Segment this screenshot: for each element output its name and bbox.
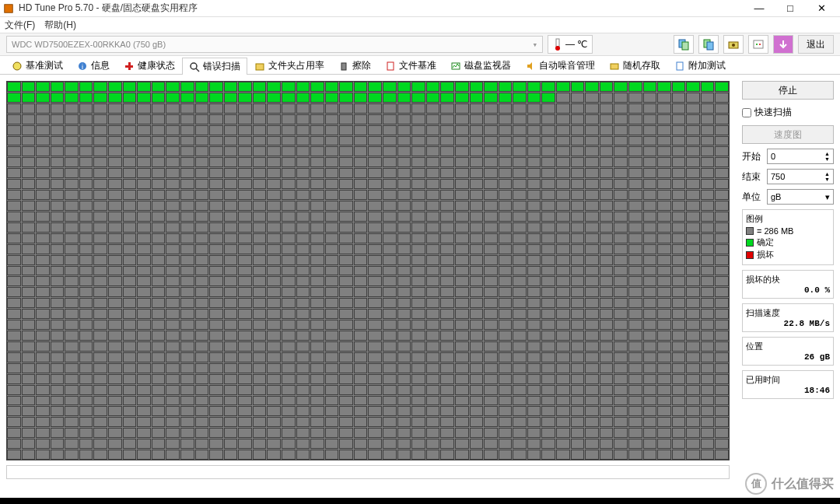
- tab-info[interactable]: i信息: [70, 57, 117, 74]
- scan-cell: [137, 298, 151, 308]
- scan-cell: [585, 363, 599, 373]
- scan-cell: [397, 417, 411, 427]
- scan-cell: [397, 136, 411, 146]
- scan-cell: [180, 114, 194, 124]
- scan-cell: [180, 222, 194, 233]
- scan-cell: [152, 396, 166, 406]
- scan-cell: [541, 363, 555, 373]
- monitor-icon: [450, 61, 461, 72]
- start-input[interactable]: 0 ▲▼: [767, 149, 834, 164]
- scan-cell: [600, 136, 614, 146]
- scan-cell: [397, 146, 411, 156]
- tab-health[interactable]: 健康状态: [117, 57, 182, 74]
- options-button[interactable]: [748, 35, 768, 54]
- tab-aam[interactable]: 自动噪音管理: [518, 57, 602, 74]
- scan-cell: [426, 417, 440, 427]
- tab-file-benchmark[interactable]: 文件基准: [378, 57, 443, 74]
- tab-folder-usage[interactable]: 文件夹占用率: [247, 57, 331, 74]
- scan-cell: [195, 212, 209, 222]
- scan-cell: [470, 146, 484, 156]
- speed-map-button[interactable]: 速度图: [742, 125, 834, 144]
- unit-select[interactable]: gB ▾: [767, 189, 834, 205]
- scan-cell: [628, 450, 642, 460]
- scan-cell: [527, 298, 541, 308]
- menu-file[interactable]: 文件(F): [5, 19, 35, 32]
- tab-disk-monitor[interactable]: 磁盘监视器: [443, 57, 518, 74]
- scan-cell: [440, 287, 454, 297]
- scan-cell: [65, 320, 79, 330]
- drive-select[interactable]: WDC WD7500EZEX-00RKKA0 (750 gB): [6, 36, 543, 53]
- menu-help[interactable]: 帮助(H): [44, 19, 76, 32]
- scan-cell: [411, 212, 425, 222]
- scan-cell: [282, 439, 296, 449]
- scan-cell: [628, 233, 642, 243]
- scan-cell: [643, 190, 657, 200]
- scan-cell: [209, 417, 223, 427]
- screenshot-button[interactable]: [698, 35, 719, 54]
- content-area: 停止 快速扫描 速度图 开始 0 ▲▼ 结束 750 ▲▼ 单位 gB ▾: [0, 75, 840, 488]
- scan-cell: [426, 125, 440, 135]
- tab-error-scan[interactable]: 错误扫描: [182, 58, 247, 75]
- quick-scan-checkbox[interactable]: 快速扫描: [742, 104, 834, 121]
- quick-scan-input[interactable]: [742, 108, 751, 117]
- scan-cell: [22, 157, 36, 167]
- scan-cell: [51, 396, 65, 406]
- scan-cell: [166, 201, 180, 211]
- scan-cell: [440, 168, 454, 178]
- scan-cell: [397, 103, 411, 114]
- scan-cell: [137, 320, 151, 330]
- scan-cell: [180, 244, 194, 254]
- scan-cell: [411, 298, 425, 308]
- scan-cell: [484, 406, 498, 416]
- scan-cell: [79, 82, 93, 92]
- scan-cell: [368, 114, 382, 124]
- scan-cell: [628, 309, 642, 319]
- scan-cell: [137, 179, 151, 189]
- close-button[interactable]: ✕: [806, 0, 837, 17]
- scan-cell: [411, 287, 425, 297]
- scan-cell: [614, 201, 628, 211]
- exit-button[interactable]: 退出: [798, 35, 834, 54]
- spin-buttons[interactable]: ▲▼: [824, 171, 830, 182]
- stop-button[interactable]: 停止: [742, 81, 834, 100]
- scan-cell: [643, 125, 657, 135]
- scan-cell: [672, 233, 686, 243]
- save-button[interactable]: [723, 35, 744, 54]
- tab-benchmark[interactable]: 基准测试: [5, 57, 70, 74]
- scan-cell: [108, 244, 122, 254]
- scan-cell: [383, 136, 397, 146]
- scan-cell: [354, 331, 368, 341]
- chevron-down-icon: ▾: [825, 192, 830, 202]
- scan-cell: [93, 352, 107, 362]
- scan-cell: [368, 374, 382, 384]
- scan-cell: [282, 417, 296, 427]
- copy-button[interactable]: [674, 35, 694, 54]
- spin-buttons[interactable]: ▲▼: [824, 151, 830, 162]
- scan-cell: [368, 222, 382, 233]
- tab-extra-tests[interactable]: 附加测试: [667, 57, 733, 74]
- end-input[interactable]: 750 ▲▼: [767, 169, 834, 184]
- scan-cell: [180, 255, 194, 265]
- maximize-button[interactable]: □: [775, 0, 806, 17]
- stat-elapsed-value: 18:46: [746, 386, 830, 395]
- tab-erase[interactable]: 擦除: [331, 57, 378, 74]
- unit-value: gB: [771, 192, 781, 201]
- refresh-button[interactable]: [773, 35, 793, 54]
- scan-cell: [195, 374, 209, 384]
- scan-cell: [672, 190, 686, 200]
- tab-random-access[interactable]: 随机存取: [602, 57, 667, 74]
- minimize-button[interactable]: —: [744, 0, 775, 17]
- scan-cell: [51, 82, 65, 92]
- scan-cell: [22, 417, 36, 427]
- scan-cell: [137, 114, 151, 124]
- scan-cell: [455, 287, 469, 297]
- scan-cell: [339, 114, 353, 124]
- scan-cell: [585, 168, 599, 178]
- scan-cell: [541, 450, 555, 460]
- scan-cell: [195, 287, 209, 297]
- stat-position-value: 26 gB: [746, 352, 830, 362]
- scan-cell: [383, 428, 397, 438]
- scan-cell: [339, 352, 353, 362]
- scan-cell: [397, 320, 411, 330]
- scan-cell: [614, 363, 628, 373]
